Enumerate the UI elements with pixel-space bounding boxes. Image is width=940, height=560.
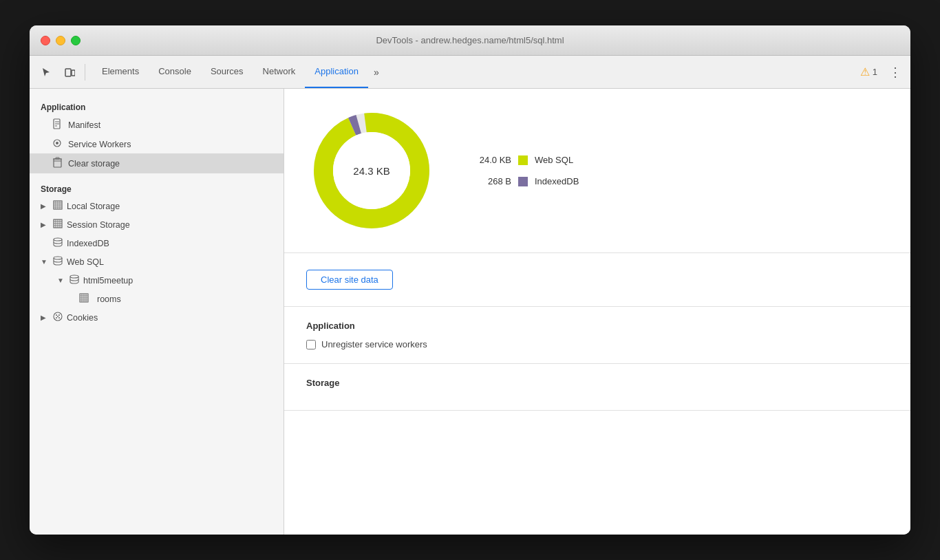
svg-point-28 [70, 275, 78, 278]
storage-config-title: Storage [306, 378, 888, 388]
indexeddb-name: IndexedDB [535, 176, 579, 186]
svg-rect-11 [56, 158, 59, 159]
tab-sources[interactable]: Sources [201, 56, 253, 88]
rooms-label: rooms [97, 294, 121, 304]
minimize-button[interactable] [56, 36, 65, 45]
application-section: Application Manifest Service Workers [30, 97, 284, 173]
svg-point-40 [58, 317, 60, 319]
donut-center-label: 24.3 KB [353, 165, 389, 177]
content-area: 24.3 KB 24.0 KB Web SQL 268 B IndexedDB [284, 89, 910, 535]
indexeddb-color-swatch [518, 177, 528, 186]
maximize-button[interactable] [71, 36, 81, 45]
chart-legend: 24.0 KB Web SQL 268 B IndexedDB [470, 155, 579, 186]
clear-storage-label: Clear storage [68, 159, 120, 169]
svg-rect-8 [54, 159, 61, 167]
svg-point-26 [54, 238, 62, 241]
sidebar-item-indexeddb[interactable]: IndexedDB [30, 234, 284, 252]
application-section-label: Application [30, 97, 284, 115]
toolbar-right: ⚠ 1 ⋮ [855, 63, 905, 82]
toolbar: Elements Console Sources Network Applica… [30, 56, 910, 89]
local-storage-icon [53, 200, 63, 212]
toolbar-divider [85, 64, 85, 80]
local-storage-label: Local Storage [67, 202, 120, 211]
websql-name: Web SQL [535, 155, 573, 165]
tab-application[interactable]: Application [305, 56, 368, 88]
sidebar-item-rooms[interactable]: rooms [30, 290, 284, 308]
unregister-sw-row: Unregister service workers [306, 339, 888, 349]
websql-color-swatch [518, 155, 528, 165]
storage-section: Storage ▶ Local Storage ▶ Session Storag… [30, 179, 284, 327]
html5meetup-icon [70, 274, 79, 286]
session-storage-label: Session Storage [67, 220, 130, 230]
svg-point-37 [56, 314, 57, 316]
cookies-toggle[interactable]: ▶ [41, 314, 49, 321]
html5meetup-label: html5meetup [83, 276, 133, 286]
cookies-icon [53, 312, 63, 323]
svg-point-39 [56, 317, 57, 319]
storage-section-label: Storage [30, 179, 284, 197]
sidebar-item-clear-storage[interactable]: Clear storage [30, 153, 284, 173]
unregister-sw-checkbox[interactable] [306, 340, 316, 349]
indexeddb-icon [53, 237, 63, 249]
close-button[interactable] [41, 36, 50, 45]
clear-storage-icon [52, 157, 63, 170]
html5meetup-toggle[interactable]: ▼ [57, 277, 65, 284]
manifest-icon [52, 118, 63, 131]
legend-websql: 24.0 KB Web SQL [470, 155, 579, 165]
devtools-window: DevTools - andrew.hedges.name/html5/sql.… [30, 25, 910, 535]
indexeddb-value: 268 B [470, 176, 511, 186]
svg-point-7 [56, 142, 58, 144]
service-workers-icon [52, 138, 63, 150]
cursor-icon [41, 67, 52, 78]
storage-config-section: Storage [284, 364, 910, 411]
toolbar-tabs: Elements Console Sources Network Applica… [92, 56, 853, 88]
svg-rect-0 [65, 69, 71, 76]
local-storage-toggle[interactable]: ▶ [41, 202, 49, 210]
inspect-element-button[interactable] [35, 61, 57, 83]
sidebar: Application Manifest Service Workers [30, 89, 284, 535]
clear-data-section: Clear site data [284, 253, 910, 307]
sidebar-item-web-sql[interactable]: ▼ Web SQL [30, 252, 284, 271]
titlebar: DevTools - andrew.hedges.name/html5/sql.… [30, 25, 910, 56]
warning-count: 1 [873, 67, 877, 77]
legend-indexeddb: 268 B IndexedDB [470, 176, 579, 186]
sidebar-item-manifest[interactable]: Manifest [30, 115, 284, 135]
session-storage-icon [53, 219, 63, 230]
warning-badge[interactable]: ⚠ 1 [855, 63, 883, 81]
service-workers-label: Service Workers [68, 140, 131, 149]
svg-point-38 [58, 314, 60, 316]
manifest-label: Manifest [68, 120, 100, 130]
more-tabs-button[interactable]: » [368, 56, 385, 88]
svg-point-27 [54, 257, 62, 259]
tab-console[interactable]: Console [149, 56, 201, 88]
svg-point-41 [57, 316, 58, 317]
tab-network[interactable]: Network [253, 56, 306, 88]
tab-elements[interactable]: Elements [92, 56, 149, 88]
kebab-menu-button[interactable]: ⋮ [886, 63, 905, 82]
sidebar-item-session-storage[interactable]: ▶ Session Storage [30, 215, 284, 234]
main-area: Application Manifest Service Workers [30, 89, 910, 535]
window-title: DevTools - andrew.hedges.name/html5/sql.… [376, 35, 564, 45]
warning-icon: ⚠ [860, 65, 870, 78]
donut-chart: 24.3 KB [306, 105, 437, 236]
svg-rect-1 [72, 70, 75, 76]
application-config-section: Application Unregister service workers [284, 307, 910, 364]
websql-value: 24.0 KB [470, 155, 511, 165]
unregister-sw-label[interactable]: Unregister service workers [321, 339, 427, 349]
traffic-lights [41, 36, 81, 45]
device-toolbar-button[interactable] [58, 61, 81, 83]
web-sql-label: Web SQL [67, 257, 104, 267]
device-icon [64, 67, 75, 78]
clear-site-data-button[interactable]: Clear site data [306, 270, 393, 290]
sidebar-item-local-storage[interactable]: ▶ Local Storage [30, 197, 284, 215]
web-sql-icon [53, 256, 63, 268]
session-storage-toggle[interactable]: ▶ [41, 221, 49, 228]
sidebar-item-html5meetup[interactable]: ▼ html5meetup [30, 271, 284, 290]
rooms-icon [79, 293, 89, 305]
application-config-title: Application [306, 321, 888, 331]
sidebar-item-cookies[interactable]: ▶ Cookies [30, 308, 284, 327]
web-sql-toggle[interactable]: ▼ [41, 258, 49, 266]
cookies-label: Cookies [67, 313, 98, 323]
storage-usage-section: 24.3 KB 24.0 KB Web SQL 268 B IndexedDB [284, 89, 910, 253]
sidebar-item-service-workers[interactable]: Service Workers [30, 135, 284, 153]
